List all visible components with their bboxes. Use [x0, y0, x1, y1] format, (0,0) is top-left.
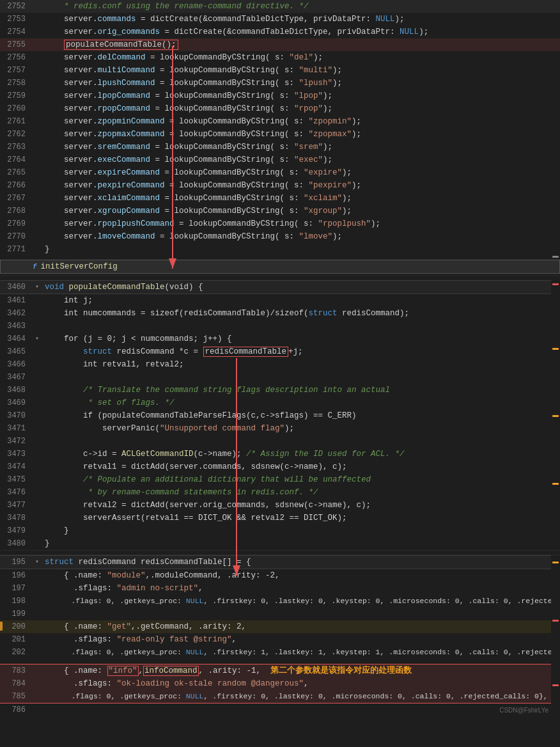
line-number: 3466 — [0, 358, 32, 371]
line-number: 200 — [0, 620, 32, 633]
line-number: 3468 — [0, 384, 32, 397]
line-number: 3474 — [0, 460, 32, 473]
code-line: 2770 server.lmoveCommand = lookupCommand… — [0, 230, 560, 243]
code-line: 3478 serverAssert(retval1 == DICT_OK && … — [0, 512, 560, 524]
code-content: server.lmoveCommand = lookupCommandByCSt… — [42, 230, 560, 243]
line-number: 3475 — [0, 473, 32, 486]
code-content: server.rpoplpushCommand = lookupCommandB… — [42, 217, 560, 230]
line-number: 3478 — [0, 512, 32, 524]
line-number: 3465 — [0, 345, 32, 358]
code-line: 2768 server.xgroupCommand = lookupComman… — [0, 205, 560, 217]
line-number: 3476 — [0, 486, 32, 499]
fold-icon[interactable]: ▾ — [32, 281, 42, 294]
code-line: 3471 serverPanic("Unsupported command fl… — [0, 422, 560, 435]
code-line: 3479 } — [0, 524, 560, 537]
code-line: 3461 int j; — [0, 294, 560, 307]
code-content: .sflags: "ok-loading ok-stale random @da… — [42, 677, 560, 690]
code-content: } — [42, 524, 560, 537]
code-line-highlighted: 2755 populateCommandTable(); — [0, 38, 560, 51]
code-line: 3473 c->id = ACLGetCommandID(c->name); /… — [0, 448, 560, 460]
code-line: 2766 server.pexpireCommand = lookupComma… — [0, 179, 560, 192]
function-bar-label: initServerConfig — [41, 262, 118, 271]
line-number: 2766 — [0, 179, 32, 192]
code-line: 2761 server.zpopminCommand = lookupComma… — [0, 115, 560, 128]
code-line: 3465 struct redisCommand *c = redisComma… — [0, 345, 560, 358]
code-line: 3472 — [0, 435, 560, 448]
code-content: retval2 = dictAdd(server.orig_commands, … — [42, 499, 560, 512]
line-number: 3480 — [0, 537, 32, 550]
line-number: 2763 — [0, 141, 32, 153]
code-line: 2756 server.delCommand = lookupCommandBy… — [0, 51, 560, 64]
code-content: serverPanic("Unsupported command flag"); — [42, 422, 560, 435]
code-content: server.zpopmaxCommand = lookupCommandByC… — [42, 128, 560, 141]
code-content: { .name: "get",.getCommand, .arity: 2, — [42, 620, 560, 633]
line-number: 2770 — [0, 230, 32, 243]
code-content: c->id = ACLGetCommandID(c->name); /* Ass… — [42, 448, 560, 460]
code-line: 3475 /* Populate an additional dictionar… — [0, 473, 560, 486]
code-line: 2758 server.lpushCommand = lookupCommand… — [0, 77, 560, 90]
code-line: 195 ▾ struct redisCommand redisCommandTa… — [0, 555, 560, 569]
line-number: 2769 — [0, 217, 32, 230]
code-content: /* Populate an additional dictionary tha… — [42, 473, 560, 486]
code-content: server.rpopCommand = lookupCommandByCStr… — [42, 102, 560, 115]
line-number: 3462 — [0, 307, 32, 320]
code-line: 3474 retval1 = dictAdd(server.commands, … — [0, 460, 560, 473]
line-number: 2754 — [0, 26, 32, 38]
line-number: 2771 — [0, 243, 32, 256]
line-number: 783 — [0, 664, 32, 677]
code-content: struct redisCommand redisCommandTable[] … — [42, 556, 560, 569]
code-content: } — [42, 243, 560, 256]
line-number: 786 — [0, 704, 32, 716]
line-number: 2762 — [0, 128, 32, 141]
code-line: 197 .sflags: "admin no-script", — [0, 582, 560, 595]
code-content: * by rename-command statements in redis.… — [42, 486, 560, 499]
code-content: server.pexpireCommand = lookupCommandByC… — [42, 179, 560, 192]
code-content: { .name: "module",.moduleCommand, .arity… — [42, 569, 560, 582]
code-content: server.execCommand = lookupCommandByCStr… — [42, 153, 560, 166]
fold-icon[interactable]: ▾ — [32, 556, 42, 569]
code-line-red-highlighted: 784 .sflags: "ok-loading ok-stale random… — [0, 677, 560, 690]
fold-icon[interactable]: ▾ — [32, 333, 42, 345]
code-line: 201 .sflags: "read-only fast @string", — [0, 633, 560, 646]
code-content: struct redisCommand *c = redisCommandTab… — [42, 345, 560, 358]
code-content: .sflags: "read-only fast @string", — [42, 633, 560, 646]
line-number: 202 — [0, 646, 32, 659]
code-line: 2765 server.expireCommand = lookupComman… — [0, 166, 560, 179]
code-content: server.lpushCommand = lookupCommandByCSt… — [42, 77, 560, 90]
code-content: for (j = 0; j < numcommands; j++) { — [42, 333, 560, 345]
code-container: 2752 * redis.conf using the rename-comma… — [0, 0, 560, 716]
watermark: CSDN@FshirLYe — [499, 707, 548, 714]
code-content: int retval1, retval2; — [42, 358, 560, 371]
code-content: server.xclaimCommand = lookupCommandByCS… — [42, 192, 560, 205]
code-content: server.sremCommand = lookupCommandByCStr… — [42, 141, 560, 153]
code-content: server.commands = dictCreate(&commandTab… — [42, 13, 560, 26]
code-content: * redis.conf using the rename-command di… — [42, 0, 560, 13]
code-line: 786 — [0, 704, 560, 716]
code-content: server.lpopCommand = lookupCommandByCStr… — [42, 90, 560, 102]
line-number: 2768 — [0, 205, 32, 217]
code-line: 3476 * by rename-command statements in r… — [0, 486, 560, 499]
line-number: 2767 — [0, 192, 32, 205]
section-1: 2752 * redis.conf using the rename-comma… — [0, 0, 560, 256]
line-number: 2757 — [0, 64, 32, 77]
section-2: 3460 ▾ void populateCommandTable(void) {… — [0, 280, 560, 550]
code-content: if (populateCommandTableParseFlags(c,c->… — [42, 409, 560, 422]
line-number: 3479 — [0, 524, 32, 537]
function-bar-icon: f — [33, 263, 37, 271]
code-content: server.expireCommand = lookupCommandByCS… — [42, 166, 560, 179]
code-content: int j; — [42, 294, 560, 307]
line-number: 201 — [0, 633, 32, 646]
code-content: } — [42, 537, 560, 550]
code-content: .sflags: "admin no-script", — [42, 582, 560, 595]
line-number: 197 — [0, 582, 32, 595]
code-line: 198 .flags: 0, .getkeys_proc: NULL, .fir… — [0, 595, 560, 608]
line-number: 2759 — [0, 90, 32, 102]
code-line: 3469 * set of flags. */ — [0, 397, 560, 409]
code-line: 3460 ▾ void populateCommandTable(void) { — [0, 280, 560, 294]
code-line: 2754 server.orig_commands = dictCreate(&… — [0, 26, 560, 38]
line-number: 3473 — [0, 448, 32, 460]
code-line-red-highlighted: 783 { .name: "info",infoCommand, .arity:… — [0, 664, 560, 677]
line-number: 3461 — [0, 294, 32, 307]
code-line: 2762 server.zpopmaxCommand = lookupComma… — [0, 128, 560, 141]
line-number: 2760 — [0, 102, 32, 115]
